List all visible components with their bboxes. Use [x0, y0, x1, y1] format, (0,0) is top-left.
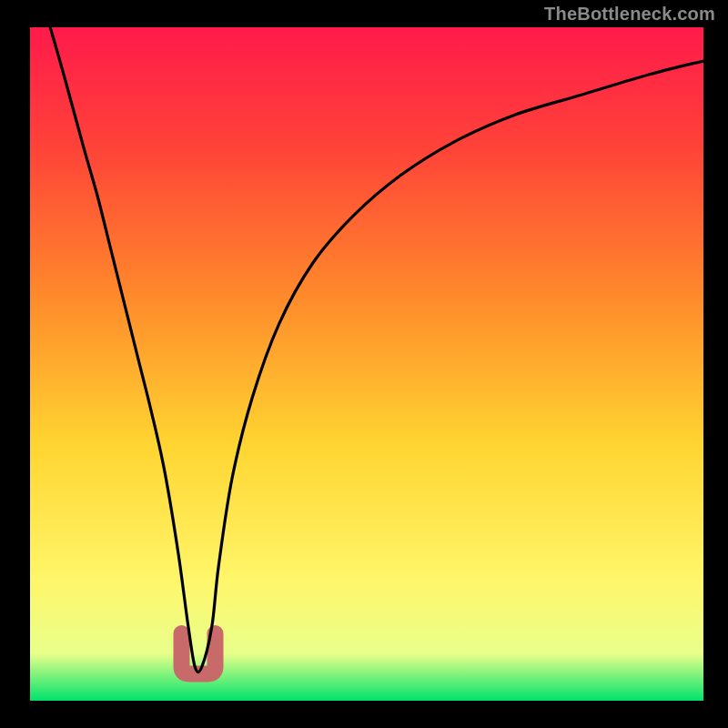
watermark-text: TheBottleneck.com: [544, 4, 715, 25]
gradient-background: [30, 27, 703, 701]
chart-svg: [30, 27, 703, 701]
plot-area: [30, 27, 703, 701]
chart-frame: TheBottleneck.com: [0, 0, 728, 728]
